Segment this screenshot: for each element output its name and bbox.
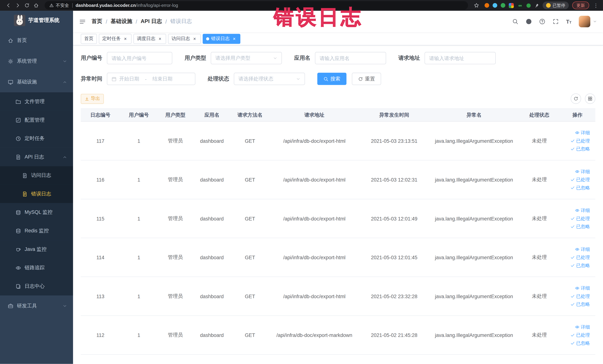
extension-icon[interactable] [501,3,505,8]
url-path: /infra/log/api-error-log [136,3,178,8]
search-button[interactable]: 搜索 [317,73,347,85]
refresh-button[interactable] [571,94,581,104]
detail-link[interactable]: 详细 [575,324,590,330]
reload-icon[interactable] [22,1,32,10]
extension-on-badge[interactable]: on [517,3,523,8]
detail-link[interactable]: 详细 [575,207,590,214]
sidebar-item-system-management[interactable]: 系统管理 [0,51,73,71]
sidebar-item-label: API 日志 [25,153,44,160]
breadcrumb-item-api-log[interactable]: API 日志 [141,18,162,25]
close-icon[interactable]: × [123,36,128,41]
mark-ignored-link[interactable]: 已忽略 [570,262,590,269]
extension-icon[interactable] [485,3,489,8]
user-type-select[interactable]: 请选择用户类型 [211,52,282,64]
mark-processed-link[interactable]: 已处理 [570,332,590,338]
logo[interactable]: 芋道管理系统 [0,11,73,30]
mark-processed-link[interactable]: 已处理 [570,293,590,299]
sidebar-item-dev-tools[interactable]: 研发工具 [0,295,73,316]
close-icon[interactable]: × [157,36,163,41]
tab-error-log[interactable]: 错误日志× [203,34,240,44]
hamburger-icon[interactable] [79,18,86,25]
detail-link[interactable]: 详细 [575,285,590,291]
sidebar-item-trace[interactable]: 链路追踪 [0,258,73,277]
sidebar-item-access-log[interactable]: 访问日志 [0,166,73,185]
column-settings-button[interactable] [585,94,595,104]
detail-link[interactable]: 详细 [575,129,590,136]
browser-toolbar: 不安全 dashboard.yudao.iocoder.cn /infra/lo… [0,0,603,11]
reset-button[interactable]: 重置 [352,73,381,85]
document-icon [22,172,28,178]
browser-menu-icon[interactable]: ⋮ [593,3,599,8]
sidebar-item-api-log[interactable]: API 日志 [0,148,73,166]
tab-schedule-log[interactable]: 调度日志× [133,34,166,44]
extension-icon[interactable] [526,3,531,8]
forward-icon[interactable] [13,1,23,10]
sidebar-item-infrastructure[interactable]: 基础设施 [0,71,73,92]
cell-request-method: GET [231,254,269,260]
extension-icon[interactable] [493,3,497,8]
tab-home[interactable]: 首页 [81,34,97,44]
app-name-input[interactable] [315,52,386,64]
home-icon[interactable] [32,1,41,10]
sidebar-item-redis-monitor[interactable]: Redis 监控 [0,222,73,240]
mark-processed-link[interactable]: 已处理 [570,254,590,260]
browser-update-button[interactable]: 更新 [572,1,589,9]
request-url-input[interactable] [425,52,496,64]
home-icon [8,37,13,43]
exception-time-range-picker[interactable]: 开始日期 - 结束日期 [107,73,195,85]
cell-exception-name: java.lang.IllegalArgumentException [429,138,519,144]
paused-extension-badge[interactable]: 已暂停 [543,1,569,9]
help-icon[interactable] [539,19,545,25]
chevron-down-icon [296,77,300,81]
pin-extension-icon[interactable] [534,3,539,8]
address-bar[interactable]: 不安全 dashboard.yudao.iocoder.cn /infra/lo… [45,1,468,10]
sidebar-item-error-log[interactable]: 错误日志 [0,185,73,203]
action-label: 已处理 [576,254,590,260]
user-id-input[interactable] [107,52,172,64]
breadcrumb-item-infrastructure[interactable]: 基础设施 [111,18,132,25]
cell-user-type: 管理员 [158,254,193,261]
mark-ignored-link[interactable]: 已忽略 [570,340,590,346]
close-icon[interactable]: × [232,36,237,41]
detail-link[interactable]: 详细 [575,246,590,253]
extension-icon[interactable] [509,3,514,8]
tab-access-log[interactable]: 访问日志× [168,34,201,44]
mark-ignored-link[interactable]: 已忽略 [570,301,590,307]
breadcrumb-item-home[interactable]: 首页 [92,18,102,25]
mark-ignored-link[interactable]: 已忽略 [570,146,590,152]
close-icon[interactable]: × [192,36,197,41]
sidebar-item-java-monitor[interactable]: Java 监控 [0,240,73,259]
back-icon[interactable] [4,1,13,10]
github-icon[interactable] [526,19,532,25]
sidebar-item-label: 定时任务 [25,135,45,142]
cell-process-status: 未处理 [519,293,560,300]
detail-link[interactable]: 详细 [575,168,590,175]
search-icon[interactable] [512,19,518,25]
fullscreen-icon[interactable] [553,19,559,25]
start-date-placeholder: 开始日期 [119,75,139,82]
cell-app-name: dashboard [193,332,231,338]
bookmark-star-icon[interactable] [472,1,481,10]
mark-processed-link[interactable]: 已处理 [570,176,590,183]
database-icon [15,228,21,234]
sidebar-item-label: 错误日志 [31,190,51,197]
mark-processed-link[interactable]: 已处理 [570,138,590,144]
sidebar-item-timed-task[interactable]: 定时任务 [0,129,73,148]
search-button-label: 搜索 [330,75,340,82]
tab-label: 首页 [84,35,93,42]
font-size-icon[interactable]: TT [566,19,571,24]
sidebar-item-file-management[interactable]: 文件管理 [0,92,73,111]
sidebar-item-mysql-monitor[interactable]: MySQL 监控 [0,203,73,222]
mark-ignored-link[interactable]: 已忽略 [570,223,590,230]
sidebar-item-home[interactable]: 首页 [0,30,73,51]
mark-ignored-link[interactable]: 已忽略 [570,185,590,191]
sidebar-item-config-management[interactable]: 配置管理 [0,111,73,129]
avatar[interactable] [579,16,590,27]
tab-timed-task[interactable]: 定时任务× [99,34,131,44]
sidebar-item-log-center[interactable]: 日志中心 [0,277,73,295]
mark-processed-link[interactable]: 已处理 [570,215,590,222]
export-button[interactable]: 导出 [81,94,104,104]
process-status-select[interactable]: 请选择处理状态 [234,73,305,85]
chevron-down-icon[interactable] [593,20,597,23]
action-label: 详细 [581,168,590,175]
